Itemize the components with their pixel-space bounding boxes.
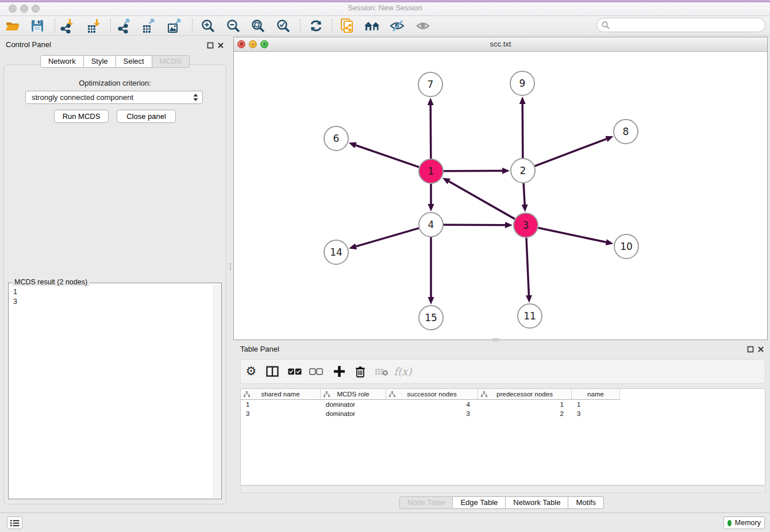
column-header-label: name	[587, 391, 604, 398]
show-graphics-details-button[interactable]	[413, 17, 434, 34]
control-panel-tabs: Network Style Select MCDS	[0, 55, 230, 68]
network-canvas[interactable]: 1234678910111415	[234, 52, 767, 340]
column-header[interactable]: successor nodes	[386, 389, 478, 400]
tab-select[interactable]: Select	[116, 55, 152, 68]
window-title: Session: New Session	[0, 3, 770, 12]
eye-icon	[415, 19, 432, 33]
save-session-button[interactable]	[27, 17, 48, 34]
memory-button[interactable]: Memory	[723, 516, 765, 529]
edge-arrowhead	[428, 297, 434, 304]
edge-arrowhead	[428, 98, 434, 105]
search-icon	[602, 21, 610, 29]
close-panel-button[interactable]: Close panel	[117, 110, 176, 123]
network-overview-button[interactable]	[362, 17, 383, 34]
float-panel-icon[interactable]	[207, 42, 214, 49]
graph-edge[interactable]	[523, 183, 525, 205]
close-panel-icon[interactable]	[217, 42, 224, 49]
close-table-panel-icon[interactable]	[757, 346, 764, 353]
graph-edge[interactable]	[444, 225, 505, 225]
tab-node-table[interactable]: Node Table	[399, 496, 453, 509]
window-top-accent	[0, 0, 770, 2]
column-header[interactable]: name	[572, 389, 620, 400]
export-table-button[interactable]	[140, 17, 160, 34]
run-mcds-button[interactable]: Run MCDS	[54, 110, 109, 123]
import-network-button[interactable]	[57, 17, 78, 34]
edge-arrowhead	[349, 142, 357, 148]
zoom-out-button[interactable]	[223, 17, 244, 34]
application-window: Session: New Session	[0, 0, 770, 532]
graph-edge[interactable]	[538, 228, 606, 242]
edge-arrowhead	[428, 204, 434, 211]
export-image-button[interactable]	[165, 17, 186, 34]
zoom-fit-button[interactable]	[248, 17, 268, 34]
graph-edge[interactable]	[356, 145, 419, 167]
column-header[interactable]: predecessor nodes	[478, 389, 572, 400]
task-history-button[interactable]	[7, 516, 22, 529]
network-window-titlebar[interactable]: ✕ − + scc.txt	[234, 37, 767, 52]
export-image-icon	[168, 18, 183, 33]
tab-motifs[interactable]: Motifs	[568, 496, 604, 509]
edge-arrowhead	[349, 244, 357, 250]
graph-edge[interactable]	[535, 139, 607, 166]
node-table: shared nameMCDS rolesuccessor nodesprede…	[240, 388, 765, 485]
graph-edge[interactable]	[430, 105, 431, 159]
table-horizontal-scrollbar[interactable]	[240, 485, 765, 493]
open-session-button[interactable]	[2, 17, 23, 34]
column-header-label: MCDS role	[337, 391, 369, 398]
tab-style[interactable]: Style	[84, 55, 116, 68]
table-settings-button[interactable]: ⚙	[244, 360, 259, 383]
tab-network[interactable]: Network	[40, 55, 84, 68]
edge-arrowhead	[526, 295, 532, 303]
chevron-up-down-icon	[193, 93, 198, 102]
toggle-columns-button[interactable]	[265, 360, 280, 383]
float-table-panel-icon[interactable]	[747, 346, 754, 353]
column-header[interactable]: MCDS role	[321, 389, 386, 400]
tab-edge-table[interactable]: Edge Table	[453, 496, 506, 509]
scrollbar[interactable]	[213, 285, 221, 498]
export-network-button[interactable]	[115, 17, 136, 34]
toolbar-separator	[300, 19, 301, 33]
hide-graphics-details-button[interactable]	[387, 17, 408, 34]
main-toolbar	[0, 16, 770, 36]
zoom-in-button[interactable]	[198, 17, 218, 34]
horizontal-splitter-handle[interactable]	[493, 338, 499, 341]
tab-mcds[interactable]: MCDS	[152, 55, 190, 68]
graph-edge[interactable]	[522, 104, 523, 158]
graph-node-label: 8	[623, 126, 629, 137]
graph-node-label: 7	[428, 79, 434, 90]
graph-node-label: 14	[330, 246, 342, 258]
delete-table-button[interactable]	[374, 360, 389, 383]
sort-tree-icon	[481, 391, 487, 398]
trash-icon	[355, 366, 365, 377]
graph-node-label: 11	[523, 310, 536, 322]
zoom-selected-icon	[276, 18, 291, 33]
criterion-select-value: strongly connected component	[32, 93, 133, 102]
deselect-all-rows-button[interactable]	[309, 360, 324, 383]
clone-network-button[interactable]	[337, 17, 358, 34]
table-row[interactable]: 3dominator323	[241, 409, 765, 418]
export-network-icon	[118, 18, 133, 33]
column-header-label: shared name	[261, 391, 299, 398]
apply-function-button[interactable]: f(x)	[393, 360, 413, 383]
import-table-button[interactable]	[84, 17, 105, 34]
table-row[interactable]: 1dominator411	[241, 400, 765, 409]
zoom-selected-button[interactable]	[273, 17, 294, 34]
select-all-rows-button[interactable]	[287, 360, 302, 383]
table-cell: 4	[386, 400, 478, 409]
criterion-select[interactable]: strongly connected component	[25, 91, 203, 104]
network-graph[interactable]: 1234678910111415	[234, 52, 767, 340]
column-header[interactable]: shared name	[241, 389, 321, 400]
graph-edge[interactable]	[444, 171, 502, 171]
edge-arrowhead	[505, 222, 513, 228]
tab-network-table[interactable]: Network Table	[506, 496, 568, 509]
delete-columns-button[interactable]	[353, 360, 368, 383]
graph-edge[interactable]	[449, 182, 515, 219]
graph-edge[interactable]	[526, 238, 529, 295]
memory-label: Memory	[735, 519, 761, 527]
search-input[interactable]	[610, 20, 765, 31]
refresh-view-button[interactable]	[306, 17, 326, 34]
graph-edge[interactable]	[356, 228, 419, 246]
vertical-splitter-handle[interactable]	[230, 263, 233, 270]
mcds-result-text: 1 3	[9, 285, 213, 499]
add-column-button[interactable]	[332, 360, 346, 383]
